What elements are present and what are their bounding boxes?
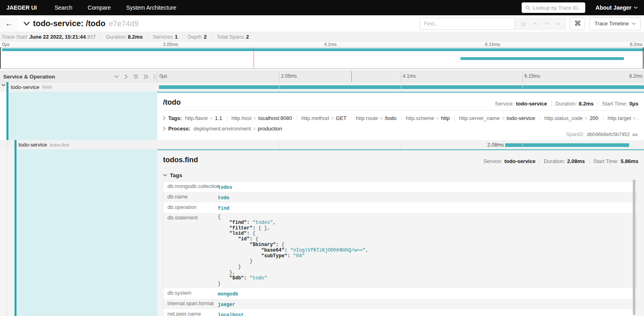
top-nav: JAEGER UI Search Compare System Architec… (0, 0, 644, 15)
json-punct (218, 275, 229, 281)
span-service-name: todo-service (19, 142, 47, 148)
json-line: "base64": "nIoglVfKTzKjOOhhNUhQ/w==", (218, 248, 637, 254)
chevron-right-icon[interactable] (124, 74, 128, 79)
span-name-cell[interactable]: todo-service todos.find (0, 140, 157, 149)
span-timeline-cell[interactable]: 2.08ms (157, 140, 644, 149)
span-title: /todo (163, 98, 181, 107)
scrollbar-thumb[interactable] (633, 180, 636, 315)
timeline-gridline (279, 82, 279, 92)
kv-value: localhost (216, 309, 637, 316)
minimap-right-drag-handle[interactable] (643, 48, 644, 68)
span-detail-content: /todo Service: todo-service Duration: 8.… (163, 93, 638, 140)
next-result-icon[interactable] (545, 22, 549, 25)
span-duration-bar[interactable] (159, 85, 644, 89)
span-operation-name: todos.find (50, 143, 69, 147)
json-key: "base64": (261, 248, 287, 253)
timeline-tick-label: 0μs (2, 42, 10, 47)
chevron-right-icon (163, 126, 166, 131)
json-punct: { (250, 231, 255, 236)
menu-item-system-architecture[interactable]: System Architecture (126, 4, 176, 11)
trace-depth: Depth 2 (188, 34, 206, 40)
chevron-down-icon (634, 6, 638, 9)
kv-row: db.operationfind (163, 202, 637, 213)
timeline-minimap[interactable] (0, 47, 644, 69)
tag-key: http.route (356, 115, 378, 121)
link-icon[interactable] (632, 132, 638, 137)
clear-find-icon[interactable]: × (556, 20, 560, 27)
locate-icon[interactable]: ◎ (521, 21, 526, 27)
equals-sign: = (254, 116, 256, 121)
back-button[interactable]: ← (0, 15, 18, 32)
tree-depth-guide (7, 140, 7, 149)
ruler-cursor-guide (351, 71, 352, 82)
trace-view-select[interactable]: Trace Timeline (589, 17, 641, 30)
json-line: } (218, 259, 637, 264)
span-duration-bar[interactable] (505, 143, 629, 147)
double-chevron-right-icon[interactable] (144, 74, 149, 79)
kv-mono-value: todo (218, 195, 229, 201)
tags-accordion[interactable]: Tags (163, 172, 638, 178)
chevron-down-icon (163, 174, 167, 177)
span-tree-column[interactable] (8, 92, 157, 140)
app-logo[interactable]: JAEGER UI (6, 4, 37, 11)
menu-item-compare[interactable]: Compare (88, 4, 111, 11)
json-punct: , (273, 220, 276, 225)
json-line: } (218, 264, 637, 270)
json-punct: { (252, 236, 258, 242)
tag-pill: http.scheme=http (401, 115, 454, 121)
chevron-down-icon[interactable] (114, 75, 119, 78)
double-chevron-down-icon[interactable] (133, 74, 138, 79)
collapse-children-icon[interactable] (1, 84, 6, 87)
json-punct (218, 242, 250, 248)
column-resizer-grip[interactable] (154, 74, 155, 79)
json-punct: }, (218, 270, 235, 275)
timeline-tick-label: 4.1ms (403, 73, 416, 79)
kv-value: todos (216, 182, 637, 192)
trace-header: ← todo-service: /todo e7e74d9 ◎ × ⌘ Trac… (0, 15, 644, 32)
tag-key: http.host (231, 115, 252, 121)
tag-value: http (441, 115, 450, 121)
kv-row: db.mongodb.collectiontodos (163, 182, 637, 192)
timeline-gridline (522, 82, 523, 92)
jaeger-trace-page: JAEGER UI Search Compare System Architec… (0, 0, 644, 316)
tag-pill: http.target=/todo (603, 115, 638, 121)
tag-value: production (258, 126, 282, 132)
prev-result-icon[interactable] (533, 22, 537, 25)
tag-pill: http.status_code=200 (539, 115, 603, 121)
minimap-left-drag-handle[interactable] (0, 48, 1, 68)
span-name-cell[interactable]: todo-service /todo (0, 82, 157, 92)
tag-key: http.target (608, 115, 632, 121)
collapse-trace-detail-icon[interactable] (23, 22, 30, 26)
equals-sign: = (502, 116, 505, 121)
trace-id-lookup-input[interactable] (533, 5, 582, 11)
menu-item-search[interactable]: Search (54, 4, 72, 11)
span-operation-name: /todo (42, 85, 52, 89)
about-jaeger-menu[interactable]: About Jaeger (596, 4, 638, 11)
span-stats: Service: todo-service Duration: 8.2ms St… (495, 101, 638, 107)
timeline-tick-label: 8.2ms (630, 42, 642, 47)
process-accordion[interactable]: Process: deployment.environment=producti… (163, 126, 638, 132)
timeline-gridline (401, 82, 401, 92)
timeline-tick-label: 4.1ms (324, 42, 336, 47)
tag-key: http.scheme (406, 115, 434, 121)
find-input[interactable] (419, 18, 515, 30)
trace-start: Trace Start June 22 2022, 15:21:44.917 (2, 34, 96, 40)
span-detail-content: todos.find Service: todo-service Duratio… (163, 150, 638, 316)
kv-key: db.statement (163, 213, 216, 222)
span-tree-column[interactable] (17, 149, 157, 316)
json-line: } (218, 281, 637, 287)
tags-accordion[interactable]: Tags: http.flavor=1.1http.host=localhost… (163, 115, 638, 121)
minimap-cursor-guide (254, 48, 254, 68)
top-nav-right: About Jaeger (522, 2, 638, 13)
trace-header-controls: ◎ × ⌘ Trace Timeline (419, 17, 641, 30)
expand-collapse-controls (114, 74, 149, 79)
keyboard-shortcuts-button[interactable]: ⌘ (570, 17, 585, 30)
json-punct (218, 236, 238, 242)
span-row[interactable]: todo-service /todo (0, 82, 644, 92)
tag-key: http.status_code (544, 115, 582, 121)
span-row[interactable]: todo-service todos.find 2.08ms (0, 140, 644, 149)
span-timeline-cell[interactable] (157, 82, 644, 92)
minimap-tick-labels: 0μs2.05ms4.1ms6.15ms8.2ms (0, 41, 644, 47)
equals-sign: = (331, 116, 334, 121)
trace-title: todo-service: /todo (33, 19, 105, 28)
